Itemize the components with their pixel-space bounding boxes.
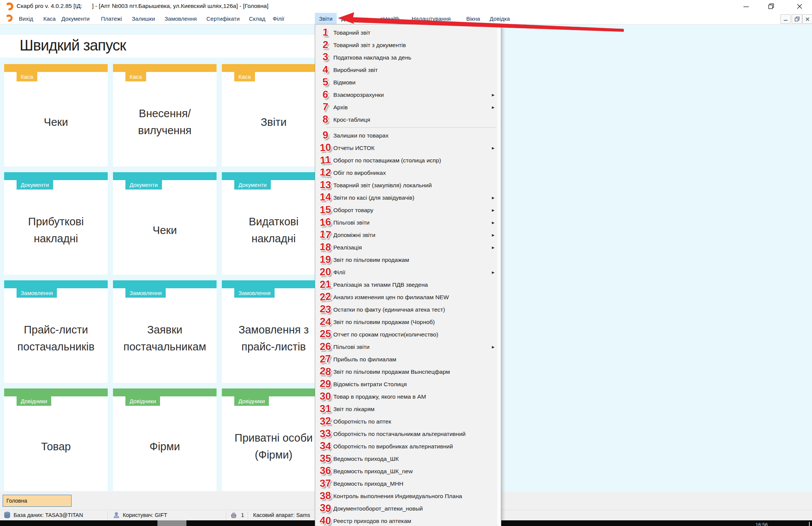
page-title: Швидкий запуск [20,37,126,54]
reports-menu-item-18[interactable]: Реалізація▶18 [315,241,501,254]
reports-menu-item-23[interactable]: Остатки по факту (единичная атека тест)2… [315,303,501,316]
reports-menu-item-31[interactable]: Звіт по лікарям31 [315,403,501,415]
reports-menu-item-15[interactable]: Оборот товару▶15 [315,204,501,216]
reports-menu-item-34[interactable]: Оборотність по виробниках альтернативний… [315,440,501,453]
menubar-item-залишки[interactable]: Залишки [130,13,157,24]
menubar-item-вікна[interactable]: Вікна [464,13,482,24]
tile-category-chip: Каса [234,72,255,81]
tile-label: Звіти [226,83,321,161]
reports-menu-item-40[interactable]: Реестр приходов по аптекам40 [315,515,501,526]
reports-menu-item-33[interactable]: Оборотність по постачальникам альтернати… [315,428,501,440]
reports-menu-item-3[interactable]: Податкова накладна за день3 [315,51,501,64]
title-bar: Скарб pro v. 4.0.2.85 [ІД: ] - [Апт №003… [0,0,812,13]
menubar-item-каса[interactable]: Каса [41,13,58,24]
menubar-item-довідники[interactable]: Довідники [339,13,370,24]
reports-menu-item-30[interactable]: Товар в продажу, якого нема в АМ30 [315,390,501,403]
reports-menu-item-39[interactable]: Документооборот_аптеки_новый39 [315,502,501,515]
menubar-item-платежі[interactable]: Платежі [99,13,124,24]
reports-menu-item-24[interactable]: Звіт по пільговим продажам (Чорноб)24 [315,316,501,328]
reports-menu-item-27[interactable]: Прибыль по филиалам27 [315,353,501,365]
menubar-item-склад[interactable]: Склад [247,13,267,24]
reports-menu-item-29[interactable]: Відомість витрати Столиця29 [315,378,501,390]
reports-menu-item-8[interactable]: Крос-таблиця8 [315,113,501,126]
tile-каса-3[interactable]: КасаЗвіти [222,64,325,167]
annotation-number-badge: 32 [316,416,334,427]
menu-item-label: Архів [333,104,348,111]
reports-menu-item-19[interactable]: Звіт по пільговим продажам19 [315,254,501,266]
database-icon [4,512,11,520]
menu-item-label: Звіт по пільговим продажам [333,257,409,263]
close-button[interactable] [794,2,805,11]
reports-menu-item-5[interactable]: Відмови5 [315,76,501,89]
annotation-number-badge: 20 [317,267,334,277]
taskbar-button[interactable] [157,520,186,526]
reports-menu-item-1[interactable]: Товарний звіт1 [315,26,501,39]
status-user: Користувач: GIFT [123,512,167,518]
tile-каса-1[interactable]: КасаЧеки [4,64,108,167]
submenu-arrow-icon: ▶ [492,246,495,249]
menubar-item-вихід[interactable]: Вихід [17,13,35,24]
reports-menu-item-38[interactable]: Контроль выполнения Индивидуального План… [315,490,501,502]
tile-документи-1[interactable]: ДокументиПрибуткові накладні [4,172,108,275]
reports-menu-item-17[interactable]: Допоміжні звіти▶17 [315,229,501,241]
menu-item-label: Остатки по факту (единичная атека тест) [333,306,445,313]
reports-menu-item-14[interactable]: Звіти по касі (для завідувачів)▶14 [315,191,501,204]
tile-довідники-3[interactable]: ДовідникиПриватні особи (Фірми) [222,388,325,491]
child-minimize-button[interactable] [780,14,791,24]
reports-menu-item-37[interactable]: Ведомость прихода_МНН37 [315,477,501,490]
restore-button[interactable] [766,2,777,11]
child-close-button[interactable] [802,14,812,24]
menubar-item-документи[interactable]: Документи [59,13,92,24]
reports-menu-item-7[interactable]: Архів▶7 [315,101,501,113]
reports-menu-item-32[interactable]: Оборотність по аптек32 [315,415,501,428]
tile-каса-2[interactable]: КасаВнесення/вилучення [113,64,217,167]
reports-menu-item-2[interactable]: Товарний звіт з документів2 [315,39,501,51]
menubar-item-ehealth[interactable]: eHealth [378,13,402,24]
reports-menu-item-35[interactable]: Ведомость прихода_ШК35 [315,453,501,465]
tab-golovna[interactable]: Головна [3,495,72,507]
reports-menu-item-22[interactable]: Анализ изменения цен по филиалам NEW22 [315,291,501,303]
reports-menu-item-11[interactable]: Оборот по поставщикам (столица испр)11 [315,154,501,167]
tile-документи-2[interactable]: ДокументиЧеки [113,172,217,275]
menubar-item-довідка[interactable]: Довідка [487,13,512,24]
menubar-item-сертифікати[interactable]: Сертифікати [204,13,242,24]
reports-menu-item-36[interactable]: Ведомость прихода_ШК_new36 [315,465,501,477]
minimize-button[interactable] [740,2,752,11]
tile-замовлення-1[interactable]: ЗамовленняПрайс-листи постачальників [4,280,108,383]
tile-color-bar [4,64,108,72]
annotation-number-badge: 23 [316,303,334,315]
tile-документи-3[interactable]: ДокументиВидаткові накладні [222,172,325,275]
menu-item-label: Відомість витрати Столиця [333,381,407,388]
tile-довідники-1[interactable]: ДовідникиТовар [4,388,108,491]
reports-menu-item-21[interactable]: Реалізація за типами ПДВ зведена21 [315,278,501,291]
tile-category-chip: Каса [17,72,37,81]
reports-menu-item-6[interactable]: Взаєморозрахунки▶6 [315,89,501,101]
child-restore-button[interactable] [792,14,802,24]
reports-menu-item-9[interactable]: Залишки по товарах9 [315,129,501,142]
tile-замовлення-2[interactable]: ЗамовленняЗаявки постачальникам [113,280,217,383]
menubar-item-звіти[interactable]: Звіти [315,13,337,24]
reports-menu-item-20[interactable]: Філії▶20 [315,266,501,278]
menubar-item-замовлення[interactable]: Замовлення [162,13,199,24]
reports-menu-item-26[interactable]: Пільгові звіти▶26 [315,341,501,353]
tile-category-chip: Довідники [234,396,269,406]
reports-menu-item-10[interactable]: Отчеты ИСТОК▶10 [315,142,501,154]
menu-item-label: Оборотність по постачальникам альтернати… [333,431,466,437]
tile-color-bar [113,172,217,180]
menu-item-label: Допоміжні звіти [333,232,375,239]
reports-menu-item-16[interactable]: Пільгові звіти▶16 [315,216,501,229]
reports-menu-item-13[interactable]: Товарний звіт (закупівля) локальний13 [315,179,501,191]
reports-menu-item-12[interactable]: Обіг по виробниках12 [315,167,501,179]
menubar-item-налаштування[interactable]: Налаштування [409,13,453,24]
annotation-number-badge: 18 [316,242,334,252]
tile-довідники-2[interactable]: ДовідникиФірми [113,388,217,491]
reports-menu-item-25[interactable]: Отчет по срокам годности(количество)25 [315,328,501,341]
annotation-number-badge: 33 [316,428,334,439]
tile-замовлення-3[interactable]: ЗамовленняЗамовлення з прайс-листів [222,280,325,383]
show-desktop-handle[interactable] [809,522,810,526]
reports-menu-item-28[interactable]: Звіт по пільговим продажам Вынспецфарм28 [315,365,501,378]
menubar-item-філії[interactable]: Філії [270,13,287,24]
tile-label: Приватні особи (Фірми) [226,407,321,486]
reports-menu-item-4[interactable]: Виробничий звіт4 [315,64,501,76]
tile-category-chip: Замовлення [17,288,57,298]
